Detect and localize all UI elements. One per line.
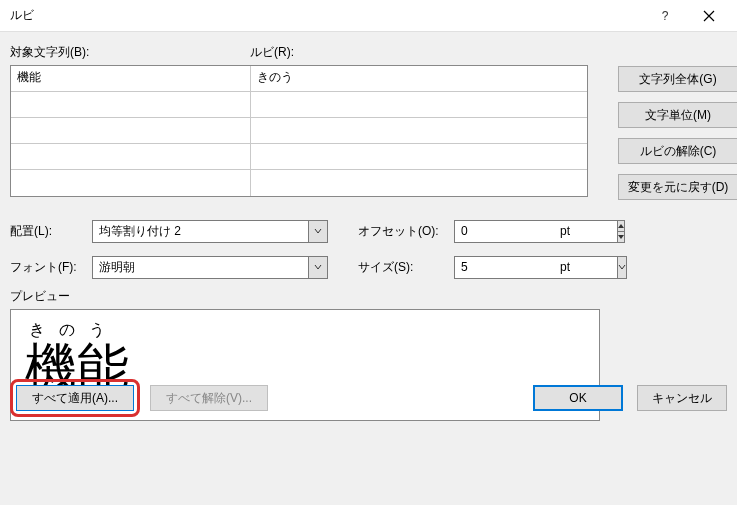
chevron-down-icon[interactable]: [308, 220, 328, 243]
base-text-input-3[interactable]: [17, 148, 244, 162]
ruby-grid: [10, 65, 588, 197]
help-button[interactable]: ?: [643, 1, 687, 31]
offset-down[interactable]: [618, 232, 624, 242]
offset-unit: pt: [560, 224, 570, 238]
base-text-input-1[interactable]: [17, 96, 244, 110]
ruby-text-input-3[interactable]: [257, 148, 581, 162]
ok-button[interactable]: OK: [533, 385, 623, 411]
cancel-button[interactable]: キャンセル: [637, 385, 727, 411]
offset-spinner[interactable]: [454, 220, 554, 243]
align-label: 配置(L):: [10, 223, 92, 240]
offset-label: オフセット(O):: [358, 223, 454, 240]
font-combo[interactable]: [92, 256, 328, 279]
dialog-title: ルビ: [10, 7, 643, 24]
offset-up[interactable]: [618, 221, 624, 232]
group-button[interactable]: 文字列全体(G): [618, 66, 737, 92]
base-text-input-4[interactable]: [17, 174, 244, 188]
font-label: フォント(F):: [10, 259, 92, 276]
preview-label: プレビュー: [10, 288, 727, 305]
base-text-input-0[interactable]: [17, 71, 244, 85]
close-button[interactable]: [687, 1, 731, 31]
ruby-label: ルビ(R):: [250, 44, 294, 61]
chevron-down-icon[interactable]: [617, 256, 627, 279]
apply-all-highlight: すべて適用(A)...: [10, 379, 140, 417]
size-label: サイズ(S):: [358, 259, 454, 276]
ruby-text-input-1[interactable]: [257, 96, 581, 110]
offset-input[interactable]: [454, 220, 618, 243]
size-combo[interactable]: [454, 256, 554, 279]
remove-all-button[interactable]: すべて解除(V)...: [150, 385, 268, 411]
clear-ruby-button[interactable]: ルビの解除(C): [618, 138, 737, 164]
reset-button[interactable]: 変更を元に戻す(D): [618, 174, 737, 200]
font-input[interactable]: [92, 256, 308, 279]
ruby-text-input-4[interactable]: [257, 174, 581, 188]
align-combo[interactable]: [92, 220, 328, 243]
chevron-down-icon[interactable]: [308, 256, 328, 279]
size-input[interactable]: [454, 256, 617, 279]
ruby-text-input-2[interactable]: [257, 122, 581, 136]
base-text-input-2[interactable]: [17, 122, 244, 136]
apply-all-button[interactable]: すべて適用(A)...: [16, 385, 134, 411]
base-text-label: 対象文字列(B):: [10, 44, 250, 61]
align-input[interactable]: [92, 220, 308, 243]
size-unit: pt: [560, 260, 570, 274]
ruby-text-input-0[interactable]: [257, 71, 581, 85]
mono-button[interactable]: 文字単位(M): [618, 102, 737, 128]
